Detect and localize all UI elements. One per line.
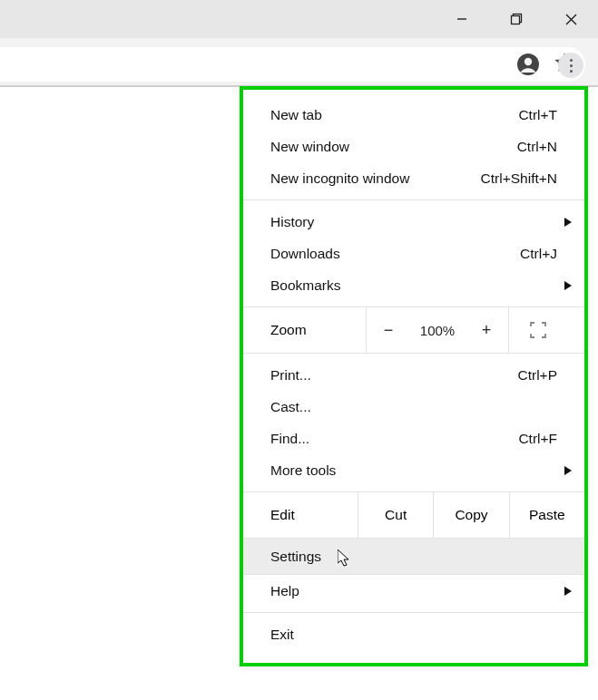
menu-item-label: Cast... [270, 399, 311, 415]
close-button[interactable] [544, 0, 598, 38]
menu-item-shortcut: Ctrl+P [518, 367, 558, 384]
svg-marker-10 [564, 466, 572, 475]
window-titlebar [0, 0, 598, 38]
paste-button[interactable]: Paste [509, 492, 584, 538]
overflow-menu: New tab Ctrl+T New window Ctrl+N New inc… [240, 86, 588, 666]
menu-item-label: Downloads [270, 246, 340, 262]
menu-item-shortcut: Ctrl+J [520, 246, 557, 262]
svg-marker-9 [564, 281, 572, 290]
menu-item-exit[interactable]: Exit [243, 618, 584, 650]
submenu-arrow-icon [564, 214, 572, 230]
cut-button[interactable]: Cut [358, 492, 433, 538]
minimize-button[interactable] [435, 0, 489, 38]
submenu-arrow-icon [564, 583, 572, 599]
menu-item-downloads[interactable]: Downloads Ctrl+J [243, 238, 584, 269]
menu-item-more-tools[interactable]: More tools [243, 454, 584, 486]
copy-button[interactable]: Copy [433, 492, 508, 538]
browser-toolbar [0, 38, 598, 87]
menu-item-cast[interactable]: Cast... [243, 391, 584, 423]
menu-item-shortcut: Ctrl+T [518, 107, 557, 123]
account-avatar-icon[interactable] [516, 53, 540, 76]
menu-item-shortcut: Ctrl+F [518, 431, 557, 447]
svg-marker-12 [564, 587, 572, 596]
menu-item-history[interactable]: History [243, 206, 584, 238]
submenu-arrow-icon [564, 462, 572, 479]
edit-label: Edit [243, 492, 358, 538]
restore-button[interactable] [489, 0, 544, 38]
vertical-dots-icon [570, 59, 573, 73]
submenu-arrow-icon [564, 277, 572, 294]
menu-item-label: New incognito window [270, 170, 409, 187]
menu-item-find[interactable]: Find... Ctrl+F [243, 423, 584, 454]
svg-point-7 [524, 58, 532, 65]
menu-separator [243, 199, 584, 200]
menu-item-label: New tab [270, 107, 322, 123]
svg-marker-11 [338, 549, 348, 566]
menu-item-label: New window [270, 139, 349, 155]
menu-item-shortcut: Ctrl+Shift+N [481, 170, 557, 187]
zoom-value: 100% [410, 323, 465, 338]
menu-item-settings[interactable]: Settings [243, 539, 584, 575]
menu-item-label: Bookmarks [270, 277, 341, 294]
svg-rect-2 [512, 16, 520, 24]
menu-item-zoom: Zoom − 100% + [243, 306, 584, 354]
menu-item-print[interactable]: Print... Ctrl+P [243, 359, 584, 391]
zoom-label: Zoom [243, 307, 367, 353]
menu-item-label: Exit [270, 627, 294, 643]
menu-item-edit: Edit Cut Copy Paste [243, 491, 584, 539]
address-bar[interactable] [0, 47, 585, 82]
menu-item-label: More tools [270, 462, 336, 479]
more-menu-button[interactable] [558, 53, 583, 78]
menu-separator [243, 612, 584, 613]
zoom-out-button[interactable]: − [367, 321, 410, 340]
menu-item-shortcut: Ctrl+N [517, 139, 557, 155]
menu-item-new-window[interactable]: New window Ctrl+N [243, 131, 584, 162]
menu-item-label: Settings [270, 549, 321, 565]
fullscreen-button[interactable] [508, 307, 566, 353]
menu-item-new-tab[interactable]: New tab Ctrl+T [243, 99, 584, 131]
menu-item-label: Find... [270, 431, 309, 447]
svg-marker-8 [564, 218, 572, 227]
menu-item-help[interactable]: Help [243, 575, 584, 607]
menu-item-bookmarks[interactable]: Bookmarks [243, 269, 584, 301]
menu-item-new-incognito[interactable]: New incognito window Ctrl+Shift+N [243, 162, 584, 194]
menu-item-label: Print... [270, 367, 311, 384]
menu-item-label: Help [270, 583, 299, 599]
zoom-in-button[interactable]: + [465, 321, 508, 340]
mouse-cursor-icon [338, 549, 352, 568]
menu-item-label: History [270, 214, 314, 230]
